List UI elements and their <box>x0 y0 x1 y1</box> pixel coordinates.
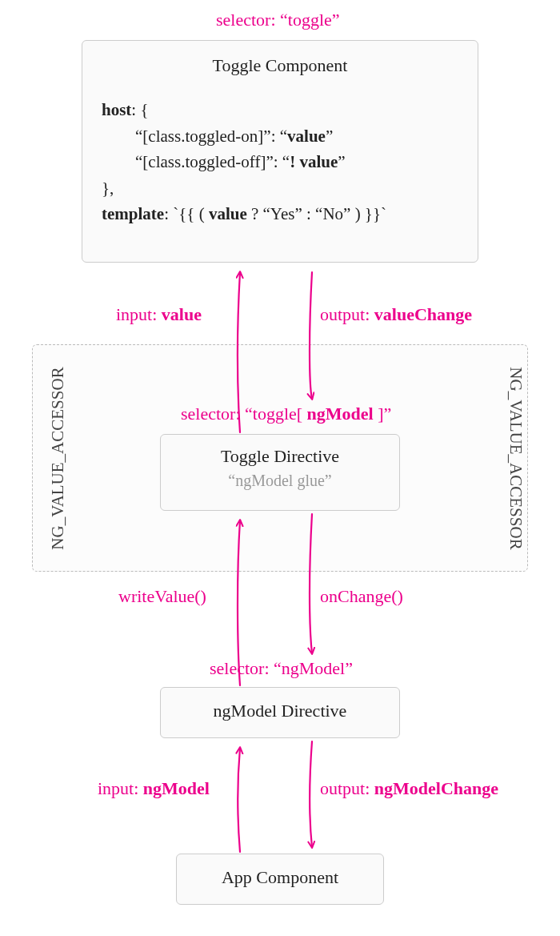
app-component-box: App Component <box>176 854 384 905</box>
ng-value-accessor-left-label: NG_VALUE_ACCESSOR <box>48 367 68 549</box>
toggle-directive-subtitle: “ngModel glue” <box>161 472 399 490</box>
app-component-title: App Component <box>177 867 383 888</box>
on-change-label: onChange() <box>320 586 403 607</box>
toggle-component-code: host: { “[class.toggled-on]”: “value” “[… <box>82 97 478 227</box>
ng-value-accessor-right-label: NG_VALUE_ACCESSOR <box>506 367 526 549</box>
toggle-component-box: Toggle Component host: { “[class.toggled… <box>82 40 478 263</box>
output-value-change-label: output: valueChange <box>320 304 472 325</box>
input-ngmodel-label: input: ngModel <box>98 778 210 799</box>
selector-toggle-label: selector: “toggle” <box>216 10 340 30</box>
toggle-directive-box: Toggle Directive “ngModel glue” <box>160 434 400 511</box>
selector-toggle-ngmodel-label: selector: “toggle[ ngModel ]” <box>181 404 391 424</box>
ngmodel-directive-title: ngModel Directive <box>161 701 399 721</box>
toggle-component-title: Toggle Component <box>82 55 478 76</box>
output-ngmodel-change-label: output: ngModelChange <box>320 778 498 799</box>
selector-ngmodel-label: selector: “ngModel” <box>210 658 353 679</box>
write-value-label: writeValue() <box>118 586 206 607</box>
ngmodel-directive-box: ngModel Directive <box>160 687 400 738</box>
toggle-directive-title: Toggle Directive <box>161 446 399 467</box>
input-value-label: input: value <box>116 304 202 325</box>
